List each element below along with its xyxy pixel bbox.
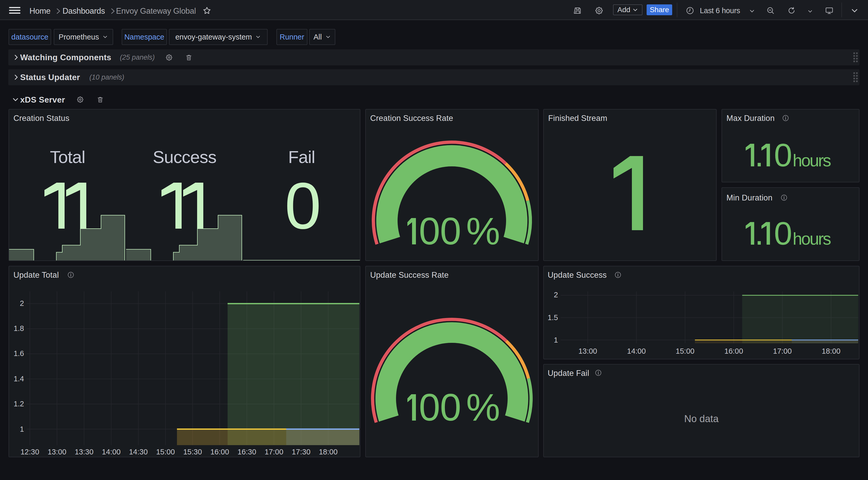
svg-text:0: 0 bbox=[440, 386, 461, 428]
svg-text:0: 0 bbox=[774, 215, 792, 251]
svg-text:0: 0 bbox=[285, 169, 321, 243]
svg-text:0: 0 bbox=[440, 210, 461, 252]
svg-text:0: 0 bbox=[419, 210, 440, 252]
svg-text:0: 0 bbox=[419, 386, 440, 428]
svg-text:0: 0 bbox=[774, 137, 792, 173]
svg-text:%: % bbox=[466, 210, 500, 252]
svg-text:.: . bbox=[754, 137, 764, 173]
svg-text:hours: hours bbox=[793, 229, 831, 248]
svg-text:.: . bbox=[754, 215, 764, 251]
svg-text:%: % bbox=[466, 386, 500, 428]
svg-text:hours: hours bbox=[793, 151, 831, 170]
